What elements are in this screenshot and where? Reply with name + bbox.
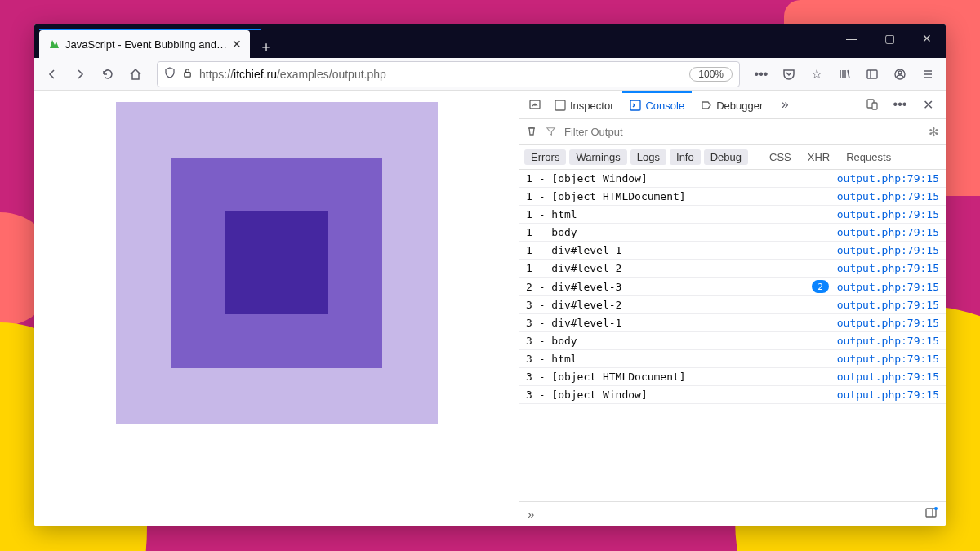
cat-errors[interactable]: Errors bbox=[524, 149, 566, 165]
settings-icon[interactable]: ✻ bbox=[929, 125, 939, 140]
debugger-icon bbox=[701, 100, 712, 111]
tab-title: JavaScript - Event Bubbling and Capturin… bbox=[65, 38, 227, 51]
log-source-link[interactable]: output.php:79:15 bbox=[837, 371, 939, 383]
browser-window: JavaScript - Event Bubbling and Capturin… bbox=[34, 24, 946, 526]
responsive-mode-icon[interactable] bbox=[859, 91, 885, 118]
url-bar[interactable]: https://itchief.ru/examples/output.php 1… bbox=[157, 61, 740, 87]
more-icon[interactable]: ••• bbox=[748, 61, 774, 87]
forward-button[interactable] bbox=[67, 61, 93, 87]
log-message: 3 - div#level-2 bbox=[526, 299, 829, 311]
log-message: 1 - [object HTMLDocument] bbox=[526, 190, 829, 202]
console-categories: Errors Warnings Logs Info Debug CSS XHR … bbox=[519, 145, 946, 170]
tab-inspector[interactable]: Inspector bbox=[547, 91, 621, 118]
log-source-link[interactable]: output.php:79:15 bbox=[837, 317, 939, 329]
console-log-row[interactable]: 3 - htmloutput.php:79:15 bbox=[519, 350, 946, 368]
log-source-link[interactable]: output.php:79:15 bbox=[837, 389, 939, 401]
page-viewport bbox=[34, 91, 519, 526]
tab-console-label: Console bbox=[645, 100, 684, 112]
maximize-button[interactable]: ▢ bbox=[871, 24, 908, 52]
cat-info[interactable]: Info bbox=[670, 149, 701, 165]
console-log-row[interactable]: 3 - div#level-2output.php:79:15 bbox=[519, 296, 946, 314]
devtools-close-icon[interactable]: ✕ bbox=[915, 91, 941, 118]
console-log-row[interactable]: 1 - div#level-1output.php:79:15 bbox=[519, 242, 946, 260]
log-source-link[interactable]: output.php:79:15 bbox=[837, 281, 939, 293]
minimize-button[interactable]: — bbox=[833, 24, 871, 52]
console-log-row[interactable]: 3 - bodyoutput.php:79:15 bbox=[519, 332, 946, 350]
log-source-link[interactable]: output.php:79:15 bbox=[837, 299, 939, 311]
reload-button[interactable] bbox=[95, 61, 121, 87]
log-message: 2 - div#level-3 bbox=[526, 281, 804, 293]
close-window-button[interactable]: ✕ bbox=[908, 24, 946, 52]
lock-icon[interactable] bbox=[182, 68, 193, 81]
close-icon[interactable]: ✕ bbox=[232, 38, 242, 51]
cat-css[interactable]: CSS bbox=[763, 149, 798, 165]
log-message: 1 - body bbox=[526, 226, 829, 238]
inspector-icon bbox=[555, 100, 566, 111]
trash-icon[interactable] bbox=[526, 125, 537, 139]
log-source-link[interactable]: output.php:79:15 bbox=[837, 335, 939, 347]
cat-warnings[interactable]: Warnings bbox=[569, 149, 626, 165]
new-tab-button[interactable]: ＋ bbox=[255, 35, 278, 58]
pocket-icon[interactable] bbox=[776, 61, 802, 87]
svg-point-4 bbox=[898, 71, 902, 74]
log-message: 3 - div#level-1 bbox=[526, 317, 829, 329]
library-icon[interactable] bbox=[831, 61, 858, 87]
log-source-link[interactable]: output.php:79:15 bbox=[837, 262, 939, 274]
console-log-row[interactable]: 1 - bodyoutput.php:79:15 bbox=[519, 224, 946, 242]
console-log-row[interactable]: 3 - div#level-1output.php:79:15 bbox=[519, 314, 946, 332]
home-button[interactable] bbox=[122, 61, 149, 87]
filter-input[interactable] bbox=[564, 123, 920, 141]
browser-tab[interactable]: JavaScript - Event Bubbling and Capturin… bbox=[39, 30, 250, 58]
log-source-link[interactable]: output.php:79:15 bbox=[837, 172, 939, 184]
log-message: 3 - html bbox=[526, 353, 829, 365]
back-button[interactable] bbox=[39, 61, 65, 87]
menu-button[interactable] bbox=[915, 61, 941, 87]
console-log-row[interactable]: 3 - [object HTMLDocument]output.php:79:1… bbox=[519, 368, 946, 386]
log-message: 3 - body bbox=[526, 335, 829, 347]
svg-rect-1 bbox=[867, 70, 877, 78]
console-log-row[interactable]: 1 - div#level-2output.php:79:15 bbox=[519, 260, 946, 278]
console-input-bar[interactable]: » bbox=[519, 501, 946, 526]
funnel-icon bbox=[546, 126, 556, 139]
cat-debug[interactable]: Debug bbox=[704, 149, 748, 165]
split-console-icon[interactable] bbox=[924, 506, 938, 522]
console-filter-bar: ✻ bbox=[519, 119, 946, 145]
url-domain: itchief.ru bbox=[234, 68, 277, 81]
devtools-menu-icon[interactable]: ••• bbox=[887, 91, 913, 118]
console-log-row[interactable]: 1 - [object HTMLDocument]output.php:79:1… bbox=[519, 188, 946, 206]
tab-loading-bar bbox=[39, 29, 261, 30]
shield-icon[interactable] bbox=[164, 67, 176, 81]
level-2-box[interactable] bbox=[172, 158, 382, 368]
log-source-link[interactable]: output.php:79:15 bbox=[837, 244, 939, 256]
console-log-row[interactable]: 1 - [object Window]output.php:79:15 bbox=[519, 170, 946, 188]
cat-requests[interactable]: Requests bbox=[840, 149, 898, 165]
console-log-row[interactable]: 2 - div#level-32output.php:79:15 bbox=[519, 278, 946, 296]
dock-icon[interactable] bbox=[524, 91, 546, 118]
tabs-overflow-icon[interactable]: » bbox=[772, 91, 798, 118]
log-count-badge: 2 bbox=[812, 280, 829, 293]
cat-logs[interactable]: Logs bbox=[630, 149, 666, 165]
favicon-icon bbox=[47, 38, 60, 51]
log-source-link[interactable]: output.php:79:15 bbox=[837, 190, 939, 202]
tab-console[interactable]: Console bbox=[622, 91, 692, 118]
console-log-row[interactable]: 3 - [object Window]output.php:79:15 bbox=[519, 386, 946, 404]
zoom-badge[interactable]: 100% bbox=[689, 67, 733, 82]
nav-toolbar: https://itchief.ru/examples/output.php 1… bbox=[34, 58, 946, 91]
bookmark-icon[interactable]: ☆ bbox=[804, 61, 830, 87]
sidebar-icon[interactable] bbox=[859, 61, 885, 87]
log-message: 3 - [object Window] bbox=[526, 389, 829, 401]
console-log-row[interactable]: 1 - htmloutput.php:79:15 bbox=[519, 206, 946, 224]
account-icon[interactable] bbox=[887, 61, 913, 87]
log-source-link[interactable]: output.php:79:15 bbox=[837, 226, 939, 238]
cat-xhr[interactable]: XHR bbox=[801, 149, 836, 165]
level-1-box[interactable] bbox=[116, 102, 438, 424]
svg-rect-0 bbox=[185, 72, 190, 77]
tab-debugger[interactable]: Debugger bbox=[693, 91, 770, 118]
tab-inspector-label: Inspector bbox=[570, 100, 613, 112]
log-source-link[interactable]: output.php:79:15 bbox=[837, 353, 939, 365]
level-3-box[interactable] bbox=[225, 211, 328, 314]
url-protocol: https:// bbox=[199, 68, 234, 81]
url-text: https://itchief.ru/examples/output.php bbox=[199, 68, 683, 81]
log-source-link[interactable]: output.php:79:15 bbox=[837, 208, 939, 220]
svg-rect-9 bbox=[872, 103, 877, 109]
